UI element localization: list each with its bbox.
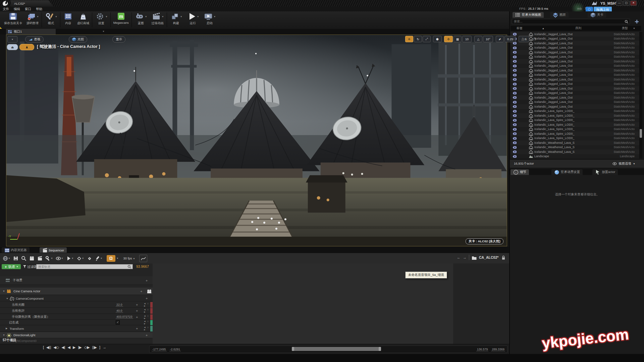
menu-item-2[interactable]: 窗口 (25, 7, 31, 11)
add-key-button[interactable]: ＋ (135, 326, 139, 331)
snap-magnet-button[interactable]: Ω (107, 255, 115, 262)
add-track-plus[interactable]: ＋ (145, 296, 148, 301)
play-button[interactable]: ▶ (73, 345, 75, 350)
save-button[interactable] (13, 256, 18, 261)
add-track-plus[interactable]: ＋ (145, 333, 148, 338)
visibility-eye-icon[interactable] (513, 105, 517, 108)
key-nav[interactable]: ◄ ○ ► (144, 320, 151, 325)
scale-tool-button[interactable]: ⤢ (423, 36, 431, 42)
outliner-row[interactable]: Icelandic_Jagged_Lava_OutStaticMeshActo (511, 73, 639, 77)
visibility-eye-icon[interactable] (513, 123, 517, 126)
expand-arrow[interactable]: ▼ (6, 297, 8, 300)
toolbar-settings-button[interactable]: ▼设置 (95, 12, 108, 25)
dropdown-arrow-icon[interactable]: ▼ (180, 15, 182, 18)
track-row-当前光圈[interactable]: 当前光圈22.0＋◄ ○ ► (0, 302, 153, 308)
column-label[interactable]: 标签 (517, 26, 523, 31)
tab-世界大纲视图[interactable]: 世界大纲视图 (513, 12, 544, 18)
visibility-eye-icon[interactable] (513, 132, 517, 135)
spawned-checkbox[interactable]: ✓ (116, 320, 120, 324)
outliner-row[interactable]: Icelandic_Jagged_Lava_OutStaticMeshActo (511, 100, 639, 105)
sequencer-timeline[interactable]: 0.0010.0020.0030.0040.0050.0060.0070.008… (153, 263, 509, 344)
work-range-end[interactable]: 136.579 (476, 348, 489, 351)
viewport-options-button[interactable]: ▼ (7, 36, 17, 43)
nav-back-button[interactable]: ← (457, 255, 461, 259)
camera-button[interactable] (29, 256, 35, 261)
outliner-row[interactable]: Icelandic_Weathered_Lava_SStaticMeshActo (511, 145, 639, 150)
scale-snap-button[interactable]: ⬈ (496, 36, 504, 42)
track-row-子场景[interactable]: 子场景＋ (0, 276, 153, 285)
track-row-CameraComponent[interactable]: ▼CameraComponent＋ (0, 296, 153, 301)
visibility-eye-icon[interactable] (513, 119, 517, 122)
tab-Sequencer[interactable]: Sequencer (40, 247, 67, 253)
perspective-button[interactable]: 透视 (25, 36, 44, 43)
angle-snap-button[interactable]: △ (474, 36, 482, 42)
outliner-row[interactable]: Icelandic_Jagged_Lava_OutStaticMeshActo (511, 46, 639, 50)
outliner-search-input[interactable] (512, 19, 630, 24)
snap-options-arrow[interactable]: ▼ (116, 257, 119, 259)
outliner-row[interactable]: Icelandic_Lava_Spire_LOD0_StaticMeshActo (511, 127, 639, 132)
visibility-eye-icon[interactable] (513, 137, 517, 140)
diamond-button[interactable]: ▼ (76, 256, 84, 261)
menu-item-1[interactable]: 编辑 (14, 7, 20, 11)
pencil-button[interactable]: ▼ (95, 256, 103, 261)
visibility-eye-icon[interactable] (513, 46, 517, 49)
mark-button[interactable] (87, 256, 92, 261)
outliner-row[interactable]: Icelandic_Lava_Spire_LOD0_StaticMeshActo (511, 113, 639, 118)
dropdown-arrow-icon[interactable]: ▼ (105, 15, 108, 18)
type-filter-icon[interactable]: ▼ (633, 27, 635, 29)
visibility-eye-icon[interactable] (513, 73, 517, 76)
add-track-button[interactable]: ＋轨道▼ (2, 264, 21, 269)
timeline-range-bar[interactable]: -177.2495 -2.6291 136.579 289.3369 (149, 346, 507, 353)
visibility-eye-icon[interactable] (513, 55, 517, 58)
add-track-plus[interactable]: ＋ (145, 278, 148, 283)
next-keyframe-button[interactable]: ◇▶ (84, 345, 90, 350)
expand-arrow[interactable]: ▼ (3, 334, 5, 336)
outliner-row[interactable]: Icelandic_Lava_Spire_LOD0_StaticMeshActo (511, 118, 639, 123)
outliner-row[interactable]: Icelandic_Jagged_Lava_OutStaticMeshActo (511, 86, 639, 91)
visibility-eye-icon[interactable] (513, 146, 517, 149)
expand-arrow[interactable]: ▶ (6, 327, 7, 330)
current-time-display[interactable]: 93.9667 (136, 264, 149, 268)
wrench-button[interactable]: ▼ (45, 256, 53, 261)
minimize-button[interactable]: — (616, 1, 623, 6)
track-row-DirectionalLight[interactable]: ▼DirectionalLight＋ (0, 332, 153, 338)
visibility-eye-icon[interactable] (513, 64, 517, 67)
tab-世界场景设置[interactable]: 世界场景设置 (551, 169, 583, 175)
tab-图层[interactable]: 图层 (550, 12, 569, 18)
toolbar-content-button[interactable]: 内容 (63, 12, 73, 25)
track-row-当前焦距[interactable]: 当前焦距40.0＋◄ ○ ► (0, 308, 153, 314)
folder-icon[interactable] (472, 255, 477, 260)
visibility-eye-icon[interactable] (513, 82, 517, 85)
visibility-eye-icon[interactable] (513, 96, 517, 99)
grid-snap-value[interactable]: 10 (462, 36, 472, 42)
visibility-eye-icon[interactable] (513, 141, 517, 144)
work-range-start[interactable]: -2.6291 (169, 348, 181, 351)
toolbar-launch-button[interactable]: ▼启动 (203, 12, 216, 25)
frame-backward-button[interactable]: ◀| (61, 345, 65, 350)
surface-snap-button[interactable]: ✣ (444, 36, 453, 42)
add-key-button[interactable]: ＋ (135, 308, 139, 313)
visibility-eye-icon[interactable] (513, 114, 517, 117)
key-nav[interactable]: ◄ ○ ► (144, 302, 151, 307)
view-range-start[interactable]: -177.2495 (152, 348, 167, 351)
viewport-tab[interactable]: 视口1 (6, 29, 56, 35)
column-type[interactable]: 类型 (622, 26, 628, 31)
outliner-row[interactable]: Icelandic_Jagged_Lava_OutStaticMeshActo (511, 50, 639, 55)
outliner-row[interactable]: Icelandic_Weathered_Lava_SStaticMeshActo (511, 140, 639, 145)
level-document-tab[interactable]: ALC02* (11, 0, 54, 7)
tab-内容浏览器[interactable]: 内容浏览器 (2, 247, 30, 253)
dropdown-arrow-icon[interactable]: ▼ (37, 15, 39, 18)
outliner-row[interactable]: Icelandic_Jagged_Lava_OutStaticMeshActo (511, 59, 639, 64)
add-key-button[interactable]: ＋ (135, 315, 139, 319)
track-search-input[interactable] (36, 264, 133, 269)
eye-button[interactable]: ▼ (56, 256, 63, 261)
toolbar-play-button[interactable]: ▼运行 (186, 12, 199, 25)
toolbar-save-level-button[interactable]: 保存当前关卡 (4, 12, 22, 25)
timeline-scrollbar-thumb[interactable] (292, 347, 381, 351)
jump-to-end-button[interactable]: ] (99, 345, 100, 350)
menu-item-3[interactable]: 帮助 (36, 7, 42, 11)
track-row-已生成[interactable]: 已生成✓◄ ○ ► (0, 320, 153, 325)
add-key-button[interactable]: ＋ (135, 302, 139, 307)
tab-关卡[interactable]: 关卡 (588, 12, 606, 18)
outliner-row[interactable]: Icelandic_Jagged_Lava_OutStaticMeshActo (511, 55, 639, 59)
